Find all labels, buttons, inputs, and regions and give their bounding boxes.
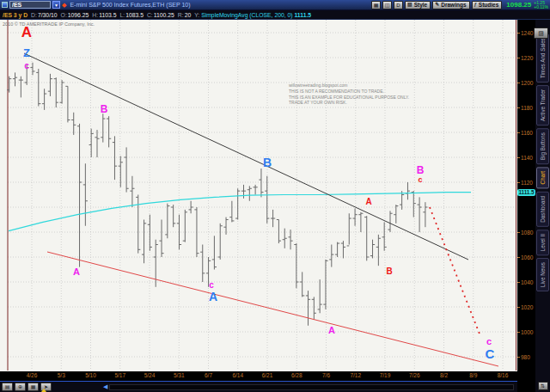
sma-price-bubble: 1111.5 bbox=[517, 189, 535, 196]
wave-label-A: A bbox=[73, 266, 80, 277]
sidebar-tab-live-news[interactable]: Live News bbox=[536, 258, 549, 291]
detach-window-icon[interactable]: ◫ bbox=[382, 1, 392, 9]
sidebar-tab-big-buttons[interactable]: Big Buttons bbox=[536, 128, 549, 164]
chart-scrollbar[interactable] bbox=[109, 384, 514, 390]
price-change: +1.25 +0.11% bbox=[534, 1, 548, 9]
date-axis-label: 4/26 bbox=[20, 372, 44, 378]
sidebar-tab-dashboard[interactable]: Dashboard bbox=[536, 192, 549, 227]
watermark-text: THIS IS AN EXAMPLE FOR EDUCATIONAL PURPO… bbox=[289, 95, 409, 100]
style-button[interactable]: ▧ Style bbox=[405, 1, 431, 9]
study-name: SimpleMovingAvg (CLOSE, 200, 0) bbox=[201, 12, 292, 18]
date-axis-label: 7/26 bbox=[402, 372, 426, 378]
status-date: D:7/30/10 bbox=[31, 12, 58, 18]
price-axis-label: 1240 bbox=[517, 30, 533, 36]
price-axis[interactable]: 9801000102010401060108011201140116011801… bbox=[517, 20, 535, 392]
price-axis-label: 1060 bbox=[517, 254, 533, 260]
symbol-dropdown-button[interactable]: ▼ bbox=[52, 1, 60, 9]
price-axis-label: 1160 bbox=[517, 130, 533, 136]
projection-line bbox=[430, 207, 480, 336]
timeframe-button[interactable]: D bbox=[394, 1, 403, 9]
wave-label-c: c bbox=[418, 175, 422, 184]
status-low: L:1083.5 bbox=[119, 12, 143, 18]
wave-label-A: A bbox=[209, 290, 217, 303]
chart-grid-icon[interactable]: ▦ bbox=[371, 1, 381, 9]
price-axis-label: 1020 bbox=[517, 304, 533, 310]
date-axis-label: 7/6 bbox=[315, 372, 339, 378]
wave-label-c: c bbox=[486, 336, 492, 346]
price-axis-label: 1140 bbox=[517, 155, 533, 161]
price-axis-label: 1080 bbox=[517, 230, 533, 236]
price-chart-canvas[interactable]: 2010 © TD AMERITRADE IP Company, Inc.wil… bbox=[0, 20, 517, 371]
main-area: 2010 © TD AMERITRADE IP Company, Inc.wil… bbox=[0, 20, 550, 392]
sidebar-tab-level-ii[interactable]: Level II bbox=[536, 230, 549, 255]
wave-label-A: A bbox=[21, 24, 32, 40]
price-axis-label: 1000 bbox=[517, 329, 533, 335]
drawings-button[interactable]: ✎ Drawings bbox=[432, 1, 469, 9]
copyright-text: 2010 © TD AMERITRADE IP Company, Inc. bbox=[3, 21, 95, 27]
watermark-text: TRADE AT YOUR OWN RISK. bbox=[289, 100, 347, 105]
chart-column: 2010 © TD AMERITRADE IP Company, Inc.wil… bbox=[0, 20, 517, 392]
price-axis-label: 1040 bbox=[517, 279, 533, 285]
wave-label-B: B bbox=[417, 164, 425, 176]
symbol-input[interactable] bbox=[9, 1, 51, 9]
gadget-sidebar: Times And SalesActive TraderBig ButtonsC… bbox=[535, 20, 550, 392]
date-axis-label: 7/19 bbox=[373, 372, 397, 378]
sidebar-tab-active-trader[interactable]: Active Trader bbox=[536, 85, 549, 126]
sidebar-tab-chart[interactable]: Chart bbox=[536, 167, 549, 188]
lower-channel-line bbox=[47, 252, 498, 366]
studies-icon: ƒ bbox=[474, 1, 477, 9]
status-bar: /ES 3 y D D:7/30/10 O:1096.25 H:1103.5 L… bbox=[0, 10, 550, 20]
date-axis-label: 8/9 bbox=[461, 372, 486, 378]
last-price: 1098.25 bbox=[506, 1, 531, 9]
date-axis-label: 6/28 bbox=[284, 372, 309, 378]
study-value: 1111.5 bbox=[294, 12, 311, 18]
marker-icon bbox=[41, 389, 46, 392]
date-axis-label: 7/12 bbox=[344, 372, 368, 378]
thinkorswim-window: ▼ ◆ E-mini S&P 500 Index Futures,ETH (SE… bbox=[0, 0, 550, 392]
date-axis-label: 6/21 bbox=[255, 372, 279, 378]
watermark-text: willowtreetrading.blogspot.com bbox=[289, 83, 347, 88]
series-descriptor: /ES 3 y D bbox=[3, 12, 28, 18]
date-axis-label: 6/14 bbox=[226, 372, 250, 378]
date-axis-label: 8/16 bbox=[491, 372, 515, 378]
sidebar-tab-times-and-sales[interactable]: Times And Sales bbox=[536, 34, 549, 83]
wave-label-c: c bbox=[209, 280, 214, 290]
status-open: O:1096.25 bbox=[61, 12, 89, 18]
chart-mode-button[interactable]: ▤ bbox=[2, 383, 13, 391]
date-axis-label: 5/24 bbox=[138, 372, 162, 378]
pencil-icon: ✎ bbox=[435, 1, 439, 9]
app-icon bbox=[2, 2, 8, 8]
price-axis-label: 1180 bbox=[517, 105, 533, 111]
price-axis-label: 1120 bbox=[517, 180, 533, 186]
panel-toggle-button[interactable]: ▨ bbox=[534, 28, 548, 39]
wave-label-Z: Z bbox=[23, 46, 30, 59]
wave-label-A: A bbox=[365, 197, 371, 206]
bottom-toolbar: ▤⊕▦➤◀ bbox=[0, 381, 517, 392]
grid-button[interactable]: ▦ bbox=[28, 383, 39, 391]
wave-label-C: C bbox=[486, 346, 495, 361]
watermark-text: THIS IS NOT A RECOMMENDATION TO TRADE. bbox=[289, 89, 384, 94]
price-axis-label: 1200 bbox=[517, 80, 533, 86]
date-axis-label: 5/17 bbox=[108, 372, 132, 378]
status-high: H:1103.5 bbox=[92, 12, 116, 18]
hot-symbol-icon: ◆ bbox=[62, 2, 66, 8]
wave-label-B: B bbox=[101, 103, 108, 115]
wave-label-c: c bbox=[24, 61, 29, 70]
chart-toolbar: ▼ ◆ E-mini S&P 500 Index Futures,ETH (SE… bbox=[0, 0, 550, 10]
wave-label-B: B bbox=[386, 266, 392, 276]
studies-button[interactable]: ƒ Studies bbox=[472, 1, 503, 9]
zoom-button[interactable]: ⊕ bbox=[15, 383, 26, 391]
chart-title: E-mini S&P 500 Index Futures,ETH (SEP 10… bbox=[70, 2, 190, 8]
wave-label-B: B bbox=[263, 156, 272, 169]
price-axis-label: 1220 bbox=[517, 55, 533, 61]
study-readout: Y: SimpleMovingAvg (CLOSE, 200, 0) 1111.… bbox=[194, 12, 311, 18]
wave-label-A: A bbox=[328, 325, 335, 335]
style-icon: ▧ bbox=[407, 1, 412, 9]
price-axis-label: 980 bbox=[517, 354, 530, 360]
status-range: R:20 bbox=[178, 12, 191, 18]
scroll-left-button[interactable]: ◀ bbox=[103, 383, 107, 390]
resize-button[interactable]: ⇅ bbox=[538, 382, 548, 390]
date-axis[interactable]: 4/265/35/105/175/245/316/76/146/216/287/… bbox=[0, 371, 517, 381]
status-close: C:1100.25 bbox=[147, 12, 174, 18]
date-axis-label: 5/31 bbox=[167, 372, 191, 378]
